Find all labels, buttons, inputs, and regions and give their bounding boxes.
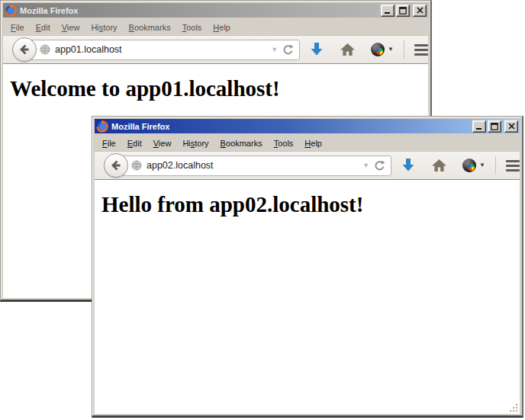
- menu-tools[interactable]: Tools: [269, 137, 299, 149]
- menu-bar: File Edit View History Bookmarks Tools H…: [3, 19, 428, 35]
- home-icon: [340, 43, 355, 56]
- navigation-toolbar: ▼ ▼: [95, 151, 520, 180]
- desktop: Mozilla Firefox File Edit View History B…: [0, 0, 525, 420]
- window-title: Mozilla Firefox: [20, 6, 378, 15]
- close-button[interactable]: [413, 5, 427, 17]
- toolbar-buttons: ▼: [401, 156, 520, 175]
- firefox-logo-icon[interactable]: [96, 120, 108, 133]
- home-button[interactable]: [340, 43, 355, 56]
- menu-edit[interactable]: Edit: [122, 137, 147, 149]
- toolbar-buttons: ▼: [309, 40, 428, 59]
- back-arrow-icon: [18, 43, 31, 56]
- menu-bar: File Edit View History Bookmarks Tools H…: [95, 135, 520, 151]
- url-bar[interactable]: ▼: [121, 155, 391, 176]
- minimize-icon: [475, 123, 483, 130]
- toolbar-separator: [404, 40, 404, 59]
- menu-help[interactable]: Help: [299, 137, 327, 149]
- menu-hamburger-button[interactable]: [506, 160, 520, 172]
- close-icon: [508, 123, 515, 130]
- page-heading: Welcome to app01.localhost!: [10, 76, 428, 101]
- menu-file[interactable]: File: [97, 137, 121, 149]
- home-icon: [432, 159, 446, 172]
- downloads-button[interactable]: [309, 42, 324, 57]
- search-engine-button[interactable]: ▼: [371, 43, 394, 56]
- search-dropdown-icon[interactable]: ▼: [388, 46, 394, 53]
- reload-icon[interactable]: [374, 160, 385, 172]
- menu-help[interactable]: Help: [208, 21, 236, 34]
- page-heading: Hello from app02.localhost!: [101, 192, 520, 217]
- maximize-button[interactable]: [396, 5, 410, 17]
- menu-file[interactable]: File: [5, 21, 30, 34]
- close-button[interactable]: [504, 120, 518, 133]
- maximize-icon: [491, 123, 498, 130]
- maximize-button[interactable]: [488, 120, 501, 133]
- url-bar[interactable]: ▼: [30, 40, 300, 60]
- search-engine-button[interactable]: ▼: [462, 159, 485, 172]
- search-dropdown-icon[interactable]: ▼: [479, 162, 485, 168]
- window-controls: [472, 120, 518, 133]
- minimize-icon: [384, 7, 391, 14]
- download-arrow-icon: [401, 158, 416, 173]
- url-input[interactable]: [55, 44, 266, 55]
- back-button[interactable]: [12, 37, 37, 62]
- browser-window-app02: Mozilla Firefox File Edit View History B…: [92, 116, 523, 418]
- navigation-toolbar: ▼ ▼: [3, 35, 428, 64]
- menu-bookmarks[interactable]: Bookmarks: [215, 137, 268, 149]
- search-engine-icon: [371, 43, 385, 56]
- menu-view[interactable]: View: [56, 21, 85, 34]
- site-identity-globe-icon[interactable]: [131, 160, 142, 171]
- title-bar[interactable]: Mozilla Firefox: [3, 3, 428, 18]
- firefox-logo-icon[interactable]: [5, 5, 17, 17]
- urlbar-dropdown-icon[interactable]: ▼: [271, 46, 278, 53]
- download-arrow-icon: [309, 42, 324, 57]
- window-title: Mozilla Firefox: [111, 122, 469, 131]
- minimize-button[interactable]: [472, 120, 486, 133]
- menu-history[interactable]: History: [177, 137, 214, 149]
- minimize-button[interactable]: [381, 5, 395, 17]
- urlbar-dropdown-icon[interactable]: ▼: [362, 162, 369, 169]
- menu-view[interactable]: View: [148, 137, 177, 149]
- toolbar-separator: [495, 156, 496, 175]
- menu-hamburger-button[interactable]: [414, 44, 428, 56]
- resize-grip[interactable]: [508, 402, 519, 413]
- back-arrow-icon: [110, 159, 122, 172]
- menu-history[interactable]: History: [85, 21, 122, 34]
- close-icon: [417, 7, 424, 14]
- window-controls: [381, 5, 427, 17]
- site-identity-globe-icon[interactable]: [40, 44, 50, 55]
- menu-bookmarks[interactable]: Bookmarks: [124, 21, 176, 34]
- menu-tools[interactable]: Tools: [177, 21, 208, 34]
- search-engine-icon: [462, 159, 476, 172]
- title-bar[interactable]: Mozilla Firefox: [95, 119, 520, 133]
- home-button[interactable]: [432, 159, 446, 172]
- maximize-icon: [399, 7, 407, 14]
- back-button[interactable]: [104, 153, 128, 178]
- page-content: Hello from app02.localhost!: [95, 180, 520, 414]
- reload-icon[interactable]: [282, 44, 294, 56]
- downloads-button[interactable]: [401, 158, 416, 173]
- menu-edit[interactable]: Edit: [31, 21, 56, 34]
- url-input[interactable]: [147, 160, 358, 171]
